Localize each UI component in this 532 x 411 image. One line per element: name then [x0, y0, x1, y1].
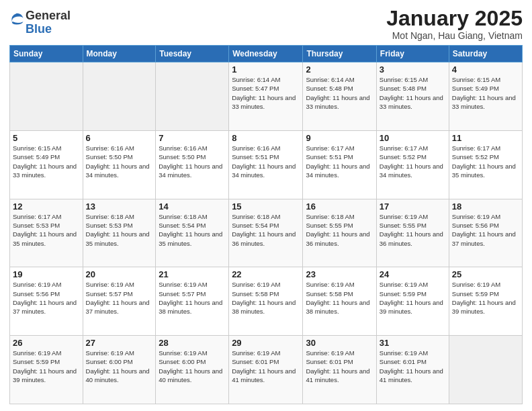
day-number: 18 — [452, 201, 519, 212]
weekday-header: Saturday — [449, 46, 522, 62]
day-number: 22 — [232, 269, 300, 279]
day-info: Sunrise: 6:15 AM Sunset: 5:48 PM Dayligh… — [380, 75, 446, 111]
calendar-cell — [449, 336, 522, 404]
day-info: Sunrise: 6:16 AM Sunset: 5:51 PM Dayligh… — [232, 144, 300, 179]
day-info: Sunrise: 6:19 AM Sunset: 6:00 PM Dayligh… — [86, 349, 153, 384]
calendar-cell: 9Sunrise: 6:17 AM Sunset: 5:51 PM Daylig… — [303, 130, 376, 199]
day-info: Sunrise: 6:17 AM Sunset: 5:53 PM Dayligh… — [13, 212, 80, 248]
day-number: 16 — [306, 201, 373, 212]
weekday-header: Friday — [376, 46, 449, 62]
calendar-cell: 15Sunrise: 6:18 AM Sunset: 5:54 PM Dayli… — [229, 199, 303, 267]
calendar-cell: 20Sunrise: 6:19 AM Sunset: 5:57 PM Dayli… — [83, 267, 156, 336]
day-info: Sunrise: 6:19 AM Sunset: 6:00 PM Dayligh… — [159, 349, 226, 384]
calendar-subtitle: Mot Ngan, Hau Giang, Vietnam — [386, 30, 523, 41]
day-info: Sunrise: 6:19 AM Sunset: 6:01 PM Dayligh… — [306, 349, 373, 384]
day-info: Sunrise: 6:19 AM Sunset: 5:55 PM Dayligh… — [380, 212, 446, 248]
weekday-header: Sunday — [10, 46, 83, 62]
day-number: 12 — [13, 201, 80, 212]
day-number: 31 — [380, 338, 446, 348]
day-number: 13 — [86, 201, 153, 212]
day-info: Sunrise: 6:19 AM Sunset: 5:56 PM Dayligh… — [13, 280, 80, 316]
day-number: 2 — [306, 64, 373, 75]
logo-text: General Blue — [26, 9, 71, 36]
day-number: 6 — [86, 133, 153, 143]
day-number: 8 — [232, 133, 300, 143]
day-number: 24 — [380, 269, 446, 279]
calendar-title: January 2025 — [386, 7, 523, 30]
calendar-cell — [83, 62, 156, 131]
day-info: Sunrise: 6:14 AM Sunset: 5:47 PM Dayligh… — [232, 75, 300, 111]
day-number: 9 — [306, 133, 373, 143]
calendar-cell: 14Sunrise: 6:18 AM Sunset: 5:54 PM Dayli… — [156, 199, 229, 267]
day-info: Sunrise: 6:19 AM Sunset: 5:58 PM Dayligh… — [232, 280, 300, 316]
day-number: 21 — [159, 269, 226, 279]
calendar-cell: 11Sunrise: 6:17 AM Sunset: 5:52 PM Dayli… — [449, 130, 522, 199]
day-info: Sunrise: 6:16 AM Sunset: 5:50 PM Dayligh… — [159, 144, 226, 179]
weekday-header-row: SundayMondayTuesdayWednesdayThursdayFrid… — [10, 46, 523, 62]
logo: General Blue — [9, 9, 71, 36]
calendar-cell: 27Sunrise: 6:19 AM Sunset: 6:00 PM Dayli… — [83, 336, 156, 404]
calendar-cell: 30Sunrise: 6:19 AM Sunset: 6:01 PM Dayli… — [303, 336, 376, 404]
calendar-cell: 19Sunrise: 6:19 AM Sunset: 5:56 PM Dayli… — [10, 267, 83, 336]
calendar-cell: 23Sunrise: 6:19 AM Sunset: 5:58 PM Dayli… — [303, 267, 376, 336]
day-number: 30 — [306, 338, 373, 348]
day-info: Sunrise: 6:19 AM Sunset: 5:57 PM Dayligh… — [159, 280, 226, 316]
day-number: 3 — [380, 64, 446, 75]
calendar-cell: 5Sunrise: 6:15 AM Sunset: 5:49 PM Daylig… — [10, 130, 83, 199]
day-number: 25 — [452, 269, 519, 279]
day-info: Sunrise: 6:19 AM Sunset: 5:57 PM Dayligh… — [86, 280, 153, 316]
day-number: 23 — [306, 269, 373, 279]
day-info: Sunrise: 6:19 AM Sunset: 6:01 PM Dayligh… — [232, 349, 300, 384]
logo-icon — [9, 11, 24, 26]
calendar-cell: 29Sunrise: 6:19 AM Sunset: 6:01 PM Dayli… — [229, 336, 303, 404]
calendar-cell: 28Sunrise: 6:19 AM Sunset: 6:00 PM Dayli… — [156, 336, 229, 404]
day-number: 17 — [380, 201, 446, 212]
day-info: Sunrise: 6:17 AM Sunset: 5:52 PM Dayligh… — [452, 144, 519, 179]
day-info: Sunrise: 6:19 AM Sunset: 6:01 PM Dayligh… — [380, 349, 446, 384]
weekday-header: Thursday — [303, 46, 376, 62]
day-number: 11 — [452, 133, 519, 143]
day-number: 26 — [13, 338, 80, 348]
day-info: Sunrise: 6:19 AM Sunset: 5:59 PM Dayligh… — [452, 280, 519, 316]
calendar-week-row: 1Sunrise: 6:14 AM Sunset: 5:47 PM Daylig… — [10, 62, 523, 131]
day-info: Sunrise: 6:19 AM Sunset: 5:59 PM Dayligh… — [380, 280, 446, 316]
header: General Blue January 2025 Mot Ngan, Hau … — [9, 7, 523, 41]
calendar-cell — [10, 62, 83, 131]
calendar-cell: 10Sunrise: 6:17 AM Sunset: 5:52 PM Dayli… — [376, 130, 449, 199]
weekday-header: Tuesday — [156, 46, 229, 62]
day-number: 28 — [159, 338, 226, 348]
calendar-cell: 8Sunrise: 6:16 AM Sunset: 5:51 PM Daylig… — [229, 130, 303, 199]
day-info: Sunrise: 6:19 AM Sunset: 5:56 PM Dayligh… — [452, 212, 519, 248]
calendar-week-row: 5Sunrise: 6:15 AM Sunset: 5:49 PM Daylig… — [10, 130, 523, 199]
calendar-cell: 31Sunrise: 6:19 AM Sunset: 6:01 PM Dayli… — [376, 336, 449, 404]
calendar-cell: 16Sunrise: 6:18 AM Sunset: 5:55 PM Dayli… — [303, 199, 376, 267]
page: General Blue January 2025 Mot Ngan, Hau … — [0, 0, 532, 411]
day-info: Sunrise: 6:17 AM Sunset: 5:52 PM Dayligh… — [380, 144, 446, 179]
calendar-week-row: 26Sunrise: 6:19 AM Sunset: 5:59 PM Dayli… — [10, 336, 523, 404]
calendar-cell: 6Sunrise: 6:16 AM Sunset: 5:50 PM Daylig… — [83, 130, 156, 199]
day-number: 27 — [86, 338, 153, 348]
day-info: Sunrise: 6:15 AM Sunset: 5:49 PM Dayligh… — [13, 144, 80, 179]
day-info: Sunrise: 6:17 AM Sunset: 5:51 PM Dayligh… — [306, 144, 373, 179]
calendar-cell: 24Sunrise: 6:19 AM Sunset: 5:59 PM Dayli… — [376, 267, 449, 336]
title-block: January 2025 Mot Ngan, Hau Giang, Vietna… — [386, 7, 523, 41]
day-info: Sunrise: 6:18 AM Sunset: 5:54 PM Dayligh… — [232, 212, 300, 248]
day-number: 1 — [232, 64, 300, 75]
day-info: Sunrise: 6:16 AM Sunset: 5:50 PM Dayligh… — [86, 144, 153, 179]
day-number: 14 — [159, 201, 226, 212]
calendar-cell: 22Sunrise: 6:19 AM Sunset: 5:58 PM Dayli… — [229, 267, 303, 336]
calendar-cell: 13Sunrise: 6:18 AM Sunset: 5:53 PM Dayli… — [83, 199, 156, 267]
day-info: Sunrise: 6:18 AM Sunset: 5:54 PM Dayligh… — [159, 212, 226, 248]
calendar-cell — [156, 62, 229, 131]
day-info: Sunrise: 6:19 AM Sunset: 5:58 PM Dayligh… — [306, 280, 373, 316]
logo-blue: Blue — [26, 22, 52, 36]
calendar-cell: 3Sunrise: 6:15 AM Sunset: 5:48 PM Daylig… — [376, 62, 449, 131]
day-number: 10 — [380, 133, 446, 143]
logo-general: General — [26, 9, 71, 22]
calendar-cell: 18Sunrise: 6:19 AM Sunset: 5:56 PM Dayli… — [449, 199, 522, 267]
day-number: 20 — [86, 269, 153, 279]
calendar-cell: 4Sunrise: 6:15 AM Sunset: 5:49 PM Daylig… — [449, 62, 522, 131]
weekday-header: Monday — [83, 46, 156, 62]
calendar-week-row: 19Sunrise: 6:19 AM Sunset: 5:56 PM Dayli… — [10, 267, 523, 336]
calendar-cell: 26Sunrise: 6:19 AM Sunset: 5:59 PM Dayli… — [10, 336, 83, 404]
